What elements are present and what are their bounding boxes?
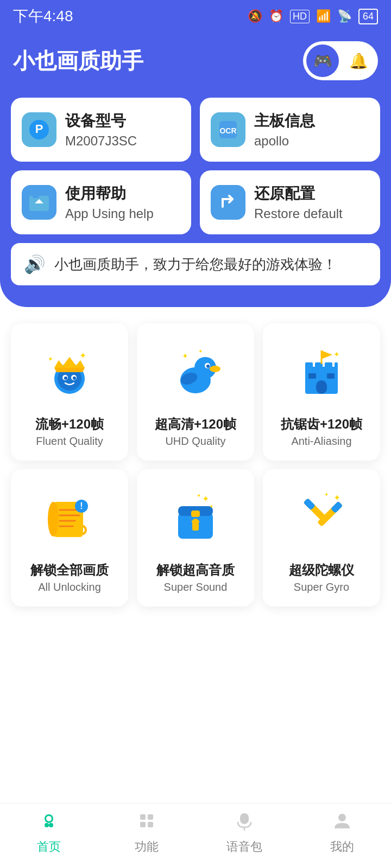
fluent-title-cn: 流畅+120帧 (35, 416, 104, 433)
svg-marker-15 (54, 368, 85, 372)
help-icon (22, 185, 56, 220)
restore-sub: Restore default (254, 206, 343, 221)
info-cards-row2: 使用帮助 App Using help 还原配置 Restore default (11, 170, 380, 234)
device-card[interactable]: P 设备型号 M2007J3SC (11, 98, 191, 162)
svg-point-22 (206, 365, 210, 368)
svg-point-69 (338, 814, 346, 821)
bottom-nav: + 首页 功能 语音包 (0, 803, 391, 868)
main-blue-section: P 设备型号 M2007J3SC OCR 主板信息 apollo (0, 98, 391, 307)
svg-rect-47 (191, 510, 200, 517)
wifi-icon: 📡 (337, 9, 352, 23)
uhd-title-cn: 超高清+120帧 (155, 416, 236, 433)
svg-text:✦: ✦ (209, 503, 213, 509)
fluent-icon-area: ✦ ✦ (37, 340, 102, 405)
device-icon: P (22, 112, 56, 147)
antialiasing-card[interactable]: ✦ 抗锯齿+120帧 Anti-Aliasing (263, 323, 380, 461)
home-icon: + (39, 811, 59, 835)
svg-text:✦: ✦ (48, 355, 53, 363)
uhd-card[interactable]: ✦ ✦ 超高清+120帧 UHD Quality (137, 323, 254, 461)
help-card[interactable]: 使用帮助 App Using help (11, 170, 191, 234)
device-sub: M2007J3SC (65, 133, 137, 149)
svg-text:OCR: OCR (219, 126, 236, 135)
status-icons: 🔕 ⏰ HD 📶 📡 64 (248, 9, 378, 24)
svg-text:!: ! (80, 501, 83, 510)
allunlock-title-en: All Unlocking (38, 581, 101, 593)
supersound-title-cn: 解锁超高音质 (156, 561, 235, 579)
board-title: 主板信息 (254, 111, 315, 131)
svg-rect-31 (316, 380, 327, 394)
announce-icon: 🔊 (24, 254, 46, 275)
nav-features-label: 功能 (135, 839, 159, 855)
supergyro-title-en: Super Gyro (294, 581, 349, 593)
svg-text:✦: ✦ (324, 492, 329, 497)
supersound-card[interactable]: ✦ ✦ ✦ 解锁超高音质 Super Sound (137, 469, 254, 607)
allunlock-title-cn: 解锁全部画质 (30, 561, 109, 579)
svg-point-12 (64, 376, 67, 380)
supersound-icon-area: ✦ ✦ ✦ (163, 486, 228, 551)
app-title: 小也画质助手 (13, 46, 143, 76)
board-icon: OCR (211, 112, 245, 147)
svg-rect-32 (308, 373, 316, 379)
svg-text:✦: ✦ (333, 493, 340, 502)
fluent-card[interactable]: ✦ ✦ 流畅+120帧 Fluent Quality (11, 323, 128, 461)
announcement-bar: 🔊 小也画质助手，致力于给您最好的游戏体验！ (11, 243, 380, 285)
info-cards-row1: P 设备型号 M2007J3SC OCR 主板信息 apollo (11, 98, 380, 162)
uhd-icon-area: ✦ ✦ (163, 340, 228, 405)
features-icon (137, 811, 156, 835)
svg-text:✦: ✦ (198, 348, 203, 354)
nav-features[interactable]: 功能 (98, 811, 195, 855)
device-title: 设备型号 (65, 111, 137, 131)
supersound-title-en: Super Sound (164, 581, 228, 593)
svg-rect-27 (305, 362, 313, 370)
allunlock-card[interactable]: ! 解锁全部画质 All Unlocking (11, 469, 128, 607)
svg-point-38 (48, 502, 59, 537)
nav-mine[interactable]: 我的 (293, 811, 391, 855)
nav-voicepack-label: 语音包 (226, 839, 262, 855)
help-title: 使用帮助 (65, 183, 154, 204)
restore-icon (211, 185, 245, 220)
antialiasing-title-cn: 抗锯齿+120帧 (281, 416, 362, 433)
svg-text:P: P (35, 122, 43, 136)
mute-icon: 🔕 (248, 9, 262, 23)
bell-button[interactable]: 🔔 (342, 44, 375, 77)
svg-point-61 (49, 823, 53, 827)
alarm-icon: ⏰ (269, 9, 283, 23)
svg-text:✦: ✦ (333, 350, 340, 359)
nav-voicepack[interactable]: 语音包 (195, 811, 293, 855)
svg-text:✦: ✦ (182, 352, 188, 360)
nav-home[interactable]: + 首页 (0, 811, 98, 855)
antialiasing-icon-area: ✦ (289, 340, 354, 405)
uhd-title-en: UHD Quality (165, 435, 225, 448)
svg-point-13 (73, 376, 76, 380)
svg-marker-35 (321, 350, 332, 359)
announce-text: 小也画质助手，致力于给您最好的游戏体验！ (54, 255, 337, 274)
nav-mine-label: 我的 (330, 839, 354, 855)
svg-rect-29 (325, 362, 332, 370)
battery-icon: 64 (358, 9, 378, 24)
svg-point-60 (45, 823, 49, 827)
svg-point-20 (210, 366, 220, 372)
status-time: 下午4:48 (13, 6, 73, 27)
mine-icon (332, 811, 352, 835)
svg-rect-66 (148, 822, 153, 827)
supergyro-card[interactable]: ✦ ✦ 超级陀螺仪 Super Gyro (263, 469, 380, 607)
voicepack-icon (235, 811, 254, 835)
svg-rect-63 (140, 814, 146, 820)
svg-rect-67 (240, 813, 249, 824)
hd-icon: HD (290, 10, 310, 23)
board-card[interactable]: OCR 主板信息 apollo (200, 98, 380, 162)
svg-rect-65 (140, 822, 146, 827)
restore-title: 还原配置 (254, 183, 343, 204)
svg-rect-64 (148, 814, 153, 820)
supergyro-icon-area: ✦ ✦ (289, 486, 354, 551)
feature-section: ✦ ✦ 流畅+120帧 Fluent Quality (0, 307, 391, 617)
supergyro-title-cn: 超级陀螺仪 (289, 561, 354, 579)
svg-rect-33 (327, 373, 335, 379)
allunlock-icon-area: ! (37, 486, 102, 551)
nav-home-label: 首页 (37, 839, 61, 855)
svg-text:+: + (48, 816, 51, 821)
header-actions: 🎮 🔔 (303, 41, 378, 80)
svg-rect-30 (335, 362, 338, 370)
game-button[interactable]: 🎮 (306, 44, 339, 77)
restore-card[interactable]: 还原配置 Restore default (200, 170, 380, 234)
